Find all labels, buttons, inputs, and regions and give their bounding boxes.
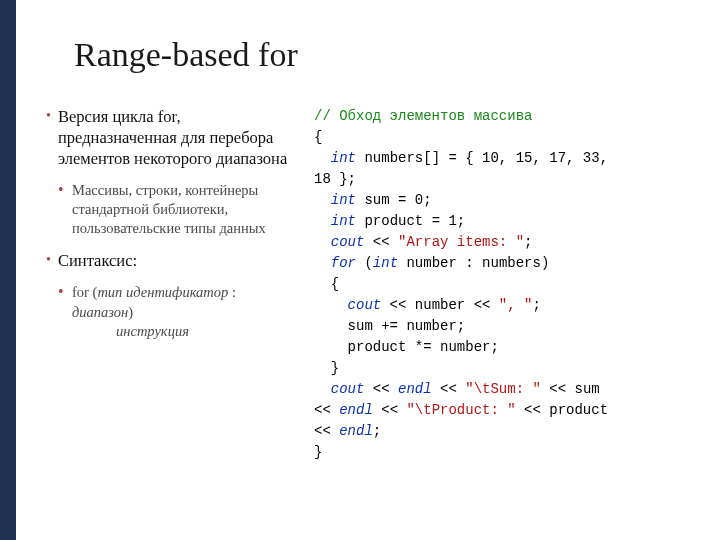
tok-int: int [331, 213, 356, 229]
code-l6: int product = 1; [314, 211, 690, 232]
tok: << [432, 381, 466, 397]
syntax-ident: идентификатор [126, 284, 228, 300]
code-l17: } [314, 442, 690, 463]
tok: << [314, 423, 339, 439]
tok: << product [516, 402, 617, 418]
tok-for: for [331, 255, 356, 271]
code-l7: cout << "Array items: "; [314, 232, 690, 253]
indent [314, 150, 331, 166]
indent [314, 297, 348, 313]
tok: << number << [381, 297, 499, 313]
bullet-syntax-body: for (тип идентификатор : диапазон) инстр… [46, 283, 298, 342]
syntax-type: тип [97, 284, 122, 300]
indent [314, 255, 331, 271]
code-l3: int numbers[] = { 10, 15, 17, 33, [314, 148, 690, 169]
slide-content: Версия цикла for, предназначенная для пе… [46, 106, 690, 463]
tok: ; [532, 297, 540, 313]
tok-cout: cout [348, 297, 382, 313]
indent [314, 213, 331, 229]
tok: sum = 0; [356, 192, 432, 208]
syntax-colon: : [228, 284, 236, 300]
bullet-examples: Массивы, строки, контейнеры стандартной … [46, 181, 298, 238]
tok: << sum [541, 381, 608, 397]
code-l11: sum += number; [314, 316, 690, 337]
tok: ( [356, 255, 373, 271]
indent [314, 192, 331, 208]
slide-title: Range-based for [46, 36, 690, 74]
indent [314, 234, 331, 250]
tok-int: int [331, 150, 356, 166]
syntax-line-1: for (тип идентификатор : диапазон) [72, 283, 298, 322]
tok-string: "\tSum: " [465, 381, 541, 397]
code-block: // Обход элементов массива { int numbers… [314, 106, 690, 463]
syntax-for: for ( [72, 284, 97, 300]
tok: ; [524, 234, 532, 250]
tok: ; [373, 423, 381, 439]
code-l15: << endl << "\tProduct: " << product [314, 400, 690, 421]
indent [314, 381, 331, 397]
tok-cout: cout [331, 234, 365, 250]
code-l1: // Обход элементов массива [314, 106, 690, 127]
code-l9: { [314, 274, 690, 295]
syntax-range: диапазон [72, 304, 128, 320]
bullet-syntax-label: Синтаксис: [46, 250, 298, 271]
slide: Range-based for Версия цикла for, предна… [16, 0, 720, 540]
tok: number : numbers) [398, 255, 549, 271]
tok: << [373, 402, 407, 418]
syntax-close: ) [128, 304, 133, 320]
tok: << [314, 402, 339, 418]
tok-endl: endl [339, 423, 373, 439]
code-l4: 18 }; [314, 169, 690, 190]
accent-band [0, 0, 16, 540]
tok: numbers[] = { 10, 15, 17, 33, [356, 150, 616, 166]
tok-int: int [373, 255, 398, 271]
tok-string: "Array items: " [398, 234, 524, 250]
code-l16: << endl; [314, 421, 690, 442]
code-l10: cout << number << ", "; [314, 295, 690, 316]
tok-endl: endl [339, 402, 373, 418]
code-l2: { [314, 127, 690, 148]
tok: << [364, 234, 398, 250]
tok-cout: cout [331, 381, 365, 397]
tok-string: ", " [499, 297, 533, 313]
tok-int: int [331, 192, 356, 208]
syntax-line-2: инструкция [72, 322, 298, 342]
code-l8: for (int number : numbers) [314, 253, 690, 274]
code-l14: cout << endl << "\tSum: " << sum [314, 379, 690, 400]
tok-endl: endl [398, 381, 432, 397]
tok-string: "\tProduct: " [406, 402, 515, 418]
code-l12: product *= number; [314, 337, 690, 358]
code-l13: } [314, 358, 690, 379]
bullet-description: Версия цикла for, предназначенная для пе… [46, 106, 298, 169]
code-l5: int sum = 0; [314, 190, 690, 211]
tok: product = 1; [356, 213, 465, 229]
left-column: Версия цикла for, предназначенная для пе… [46, 106, 298, 463]
tok: << [364, 381, 398, 397]
tok-comment: // Обход элементов массива [314, 108, 532, 124]
